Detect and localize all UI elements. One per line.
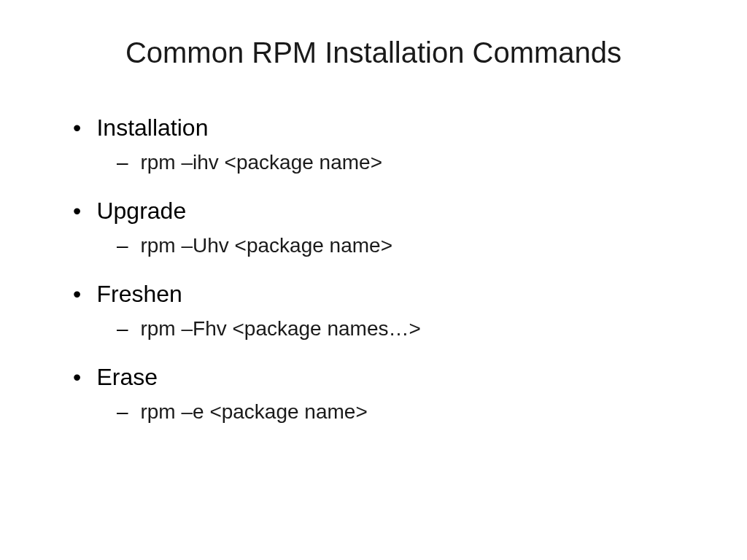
- list-subitem: – rpm –ihv <package name>: [117, 149, 696, 176]
- slide-title: Common RPM Installation Commands: [51, 36, 696, 69]
- list-subitem: – rpm –Uhv <package name>: [117, 233, 696, 259]
- item-label: Freshen: [96, 281, 182, 307]
- list-item: • Erase: [73, 362, 696, 393]
- item-label: Installation: [96, 114, 208, 141]
- bullet-icon: •: [73, 362, 93, 393]
- bullet-icon: •: [73, 279, 93, 310]
- list-item: • Installation: [73, 113, 696, 144]
- bullet-icon: •: [73, 113, 93, 144]
- subitem-label: rpm –Uhv <package name>: [140, 234, 392, 257]
- subitem-label: rpm –e <package name>: [140, 400, 367, 423]
- list-item: • Freshen: [73, 279, 696, 310]
- item-label: Erase: [96, 364, 158, 390]
- dash-icon: –: [117, 316, 137, 342]
- dash-icon: –: [117, 149, 137, 176]
- bullet-icon: •: [73, 196, 93, 227]
- dash-icon: –: [117, 399, 137, 425]
- slide-content: • Installation – rpm –ihv <package name>…: [51, 113, 696, 425]
- item-label: Upgrade: [96, 198, 186, 224]
- list-subitem: – rpm –Fhv <package names…>: [117, 316, 696, 342]
- subitem-label: rpm –Fhv <package names…>: [140, 317, 420, 340]
- list-subitem: – rpm –e <package name>: [117, 399, 696, 425]
- dash-icon: –: [117, 233, 137, 259]
- list-item: • Upgrade: [73, 196, 696, 227]
- subitem-label: rpm –ihv <package name>: [140, 151, 382, 174]
